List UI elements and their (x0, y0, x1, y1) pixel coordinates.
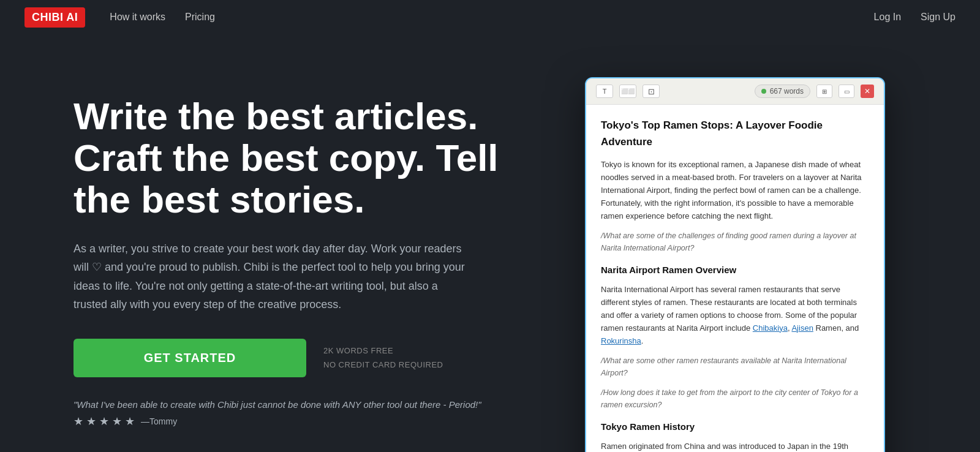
editor-section1-title: Narita Airport Ramen Overview (601, 263, 869, 277)
nav-link-how-it-works[interactable]: How it works (110, 12, 165, 23)
toolbar-layout-btn[interactable]: ▭ (839, 85, 854, 98)
get-started-button[interactable]: GET STARTED (74, 339, 306, 377)
toolbar-grid-btn[interactable]: ⊞ (816, 85, 832, 98)
editor-toolbar: T ⬜⬜ ⊡ 667 words ⊞ ▭ ✕ (586, 78, 884, 105)
editor-prompt-2: /What are some other ramen restaurants a… (601, 355, 869, 379)
editor-title: Tokyo's Top Ramen Stops: A Layover Foodi… (601, 117, 869, 150)
editor-content: Tokyo's Top Ramen Stops: A Layover Foodi… (586, 105, 884, 452)
testimonial-author: —Tommy (141, 416, 177, 426)
word-count-dot (761, 89, 766, 94)
hero-description: As a writer, you strive to create your b… (74, 239, 466, 314)
hero-title: Write the best articles. Craft the best … (74, 96, 502, 221)
link-ajisen[interactable]: Ajisen (791, 323, 813, 333)
hero-left: Write the best articles. Craft the best … (74, 71, 502, 428)
toolbar-text-icon[interactable]: T (596, 85, 613, 98)
star-rating: ★ ★ ★ ★ ★ —Tommy (74, 415, 502, 428)
testimonial-text: "What I've been able to create with Chib… (74, 399, 502, 410)
cta-note-line1: 2K WORDS FREE (323, 344, 443, 358)
editor-close-btn[interactable]: ✕ (861, 85, 874, 98)
editor-paragraph-1: Tokyo is known for its exceptional ramen… (601, 159, 869, 222)
cta-note-line2: NO CREDIT CARD REQUIRED (323, 358, 443, 372)
editor-prompt-3: /How long does it take to get from the a… (601, 386, 869, 411)
stars-display: ★ ★ ★ ★ ★ (74, 415, 135, 428)
toolbar-layout-icon[interactable]: ⬜⬜ (619, 85, 636, 98)
cta-note: 2K WORDS FREE NO CREDIT CARD REQUIRED (323, 344, 443, 372)
editor-card: T ⬜⬜ ⊡ 667 words ⊞ ▭ ✕ Tokyo's Top Ramen… (585, 77, 885, 452)
link-chibakiya[interactable]: Chibakiya (753, 323, 788, 333)
nav-link-pricing[interactable]: Pricing (185, 12, 215, 23)
hero-section: Write the best articles. Craft the best … (0, 34, 980, 452)
navbar: CHIBI AI How it works Pricing Log In Sig… (0, 0, 980, 34)
nav-signup[interactable]: Sign Up (921, 12, 956, 23)
cta-row: GET STARTED 2K WORDS FREE NO CREDIT CARD… (74, 339, 502, 377)
editor-section1-body: Narita International Airport has several… (601, 284, 869, 347)
hero-right: T ⬜⬜ ⊡ 667 words ⊞ ▭ ✕ Tokyo's Top Ramen… (539, 71, 931, 452)
word-count-badge: 667 words (755, 85, 810, 98)
editor-section2-body: Ramen originated from China and was intr… (601, 440, 869, 452)
toolbar-image-icon[interactable]: ⊡ (643, 85, 660, 98)
link-rokurinsha[interactable]: Rokurinsha (601, 336, 641, 345)
editor-section2-title: Tokyo Ramen History (601, 420, 869, 434)
word-count-text: 667 words (770, 87, 804, 96)
nav-login[interactable]: Log In (874, 12, 901, 23)
nav-right: Log In Sign Up (874, 12, 956, 23)
nav-links: How it works Pricing (110, 12, 873, 23)
logo[interactable]: CHIBI AI (24, 7, 85, 28)
editor-prompt-1: /What are some of the challenges of find… (601, 230, 869, 254)
